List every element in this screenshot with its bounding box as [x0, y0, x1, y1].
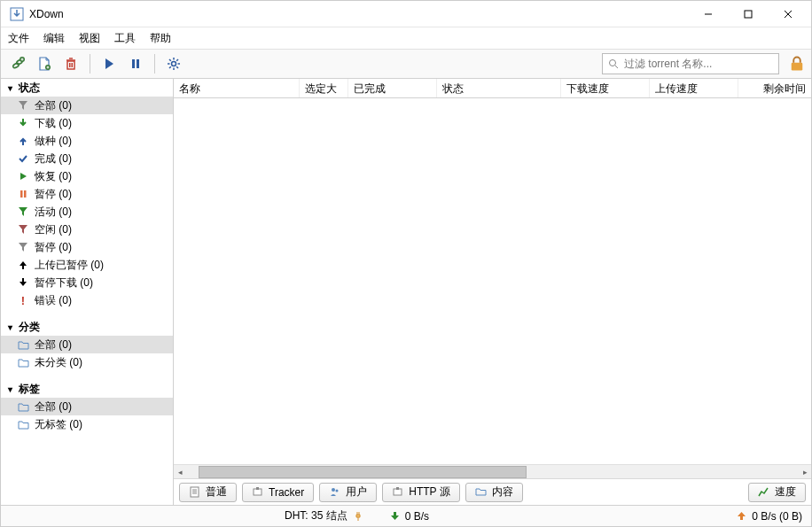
- menu-file[interactable]: 文件: [8, 31, 29, 46]
- menu-tools[interactable]: 工具: [114, 31, 136, 46]
- svg-line-27: [169, 59, 171, 61]
- sidebar-status-seeding[interactable]: 做种 (0): [1, 132, 173, 150]
- upload-arrow-icon: [17, 135, 29, 147]
- maximize-button[interactable]: [728, 1, 768, 27]
- scroll-left-arrow[interactable]: ◂: [174, 466, 186, 478]
- svg-marker-35: [20, 173, 27, 180]
- chevron-down-icon: ▾: [4, 322, 15, 332]
- peers-icon: [329, 486, 340, 498]
- svg-rect-51: [394, 489, 402, 495]
- tab-general[interactable]: 普通: [179, 483, 237, 502]
- svg-marker-39: [19, 225, 27, 234]
- svg-line-28: [176, 66, 178, 68]
- settings-button[interactable]: [162, 52, 185, 75]
- svg-rect-52: [396, 487, 399, 490]
- folder-icon: [475, 486, 487, 498]
- status-upload-speed: 0 B/s (0 B): [737, 510, 802, 523]
- column-status[interactable]: 状态: [437, 79, 561, 97]
- sidebar-tag-all[interactable]: 全部 (0): [1, 398, 173, 415]
- sidebar-status-stalled[interactable]: 暂停 (0): [1, 238, 173, 256]
- sidebar-status-errored[interactable]: !错误 (0): [1, 291, 173, 309]
- tab-tracker[interactable]: Tracker: [242, 483, 314, 502]
- minimize-button[interactable]: [688, 1, 728, 27]
- filter-icon: [17, 99, 29, 112]
- close-button[interactable]: [768, 1, 808, 27]
- sidebar-category-uncategorized[interactable]: 未分类 (0): [1, 353, 173, 371]
- menu-edit[interactable]: 编辑: [43, 31, 65, 46]
- svg-line-30: [169, 66, 171, 68]
- svg-point-5: [12, 63, 20, 69]
- column-name[interactable]: 名称: [174, 79, 300, 97]
- sidebar-group-status[interactable]: ▾状态: [1, 79, 173, 97]
- svg-point-22: [172, 62, 176, 66]
- sidebar-status-downloading[interactable]: 下载 (0): [1, 114, 173, 132]
- svg-point-49: [332, 488, 335, 492]
- check-icon: [17, 152, 29, 165]
- search-box[interactable]: [602, 53, 779, 74]
- svg-marker-40: [19, 243, 27, 252]
- window-title: XDown: [29, 8, 64, 20]
- search-input[interactable]: [624, 58, 773, 70]
- scroll-thumb[interactable]: [199, 466, 527, 478]
- svg-point-31: [610, 60, 616, 66]
- sidebar-status-all[interactable]: 全部 (0): [1, 97, 173, 114]
- folder-icon: [17, 338, 29, 351]
- column-eta[interactable]: 剩余时间: [738, 79, 811, 97]
- detail-tabs: 普通 Tracker 用户 HTTP 源 内容 速度: [174, 478, 811, 505]
- add-file-button[interactable]: [33, 52, 56, 75]
- svg-marker-19: [105, 58, 113, 69]
- column-dlspeed[interactable]: 下载速度: [561, 79, 650, 97]
- svg-line-32: [615, 66, 618, 68]
- error-icon: !: [17, 294, 29, 306]
- status-bar: DHT: 35 结点 0 B/s 0 B/s (0 B): [1, 505, 811, 526]
- sidebar-group-tag[interactable]: ▾标签: [1, 380, 173, 398]
- download-arrow-icon: [17, 117, 29, 129]
- start-button[interactable]: [98, 52, 121, 75]
- search-icon: [608, 58, 619, 69]
- svg-rect-20: [132, 59, 135, 68]
- content-area: 名称 选定大小 已完成 状态 下载速度 上传速度 剩余时间 ◂ ▸ 普通 Tra…: [174, 79, 811, 505]
- horizontal-scrollbar[interactable]: ◂ ▸: [174, 464, 811, 478]
- up-arrow-icon: [737, 511, 746, 521]
- delete-button[interactable]: [59, 52, 82, 75]
- sidebar: ▾状态 全部 (0) 下载 (0) 做种 (0) 完成 (0) 恢复 (0) 暂…: [1, 79, 174, 505]
- sidebar-status-inactive[interactable]: 空闲 (0): [1, 221, 173, 238]
- pause-icon: [17, 188, 29, 200]
- filter-idle-icon: [17, 223, 29, 236]
- sidebar-status-paused[interactable]: 暂停 (0): [1, 185, 173, 203]
- table-body[interactable]: [174, 98, 811, 464]
- menu-view[interactable]: 视图: [79, 31, 100, 46]
- sidebar-tag-untagged[interactable]: 无标签 (0): [1, 415, 173, 433]
- column-size[interactable]: 选定大小: [300, 79, 348, 97]
- sidebar-status-completed[interactable]: 完成 (0): [1, 150, 173, 167]
- sidebar-status-download-paused[interactable]: 暂停下载 (0): [1, 274, 173, 291]
- lock-icon[interactable]: [788, 55, 806, 73]
- svg-rect-37: [24, 190, 27, 198]
- scroll-right-arrow[interactable]: ▸: [799, 466, 811, 478]
- folder-icon: [17, 418, 29, 430]
- up-solid-icon: [17, 259, 29, 271]
- tab-peers[interactable]: 用户: [319, 483, 377, 502]
- svg-rect-47: [254, 489, 262, 495]
- tab-content[interactable]: 内容: [465, 483, 523, 502]
- column-done[interactable]: 已完成: [348, 79, 437, 97]
- filter-active-icon: [17, 205, 29, 218]
- tab-http[interactable]: HTTP 源: [382, 483, 459, 502]
- add-link-button[interactable]: [6, 52, 29, 75]
- folder-icon: [17, 400, 29, 413]
- tracker-icon: [252, 486, 263, 498]
- sidebar-status-upload-paused[interactable]: 上传已暂停 (0): [1, 256, 173, 274]
- doc-icon: [189, 486, 200, 498]
- pause-button[interactable]: [124, 52, 147, 75]
- tab-speed[interactable]: 速度: [748, 483, 806, 502]
- status-download-speed: 0 B/s: [390, 510, 429, 523]
- menu-help[interactable]: 帮助: [150, 31, 171, 46]
- column-upspeed[interactable]: 上传速度: [650, 79, 738, 97]
- svg-marker-38: [19, 207, 27, 216]
- sidebar-status-resumed[interactable]: 恢复 (0): [1, 167, 173, 185]
- svg-rect-48: [256, 487, 259, 490]
- sidebar-status-active[interactable]: 活动 (0): [1, 203, 173, 221]
- sidebar-group-category[interactable]: ▾分类: [1, 318, 173, 336]
- app-icon: [10, 7, 24, 21]
- sidebar-category-all[interactable]: 全部 (0): [1, 336, 173, 353]
